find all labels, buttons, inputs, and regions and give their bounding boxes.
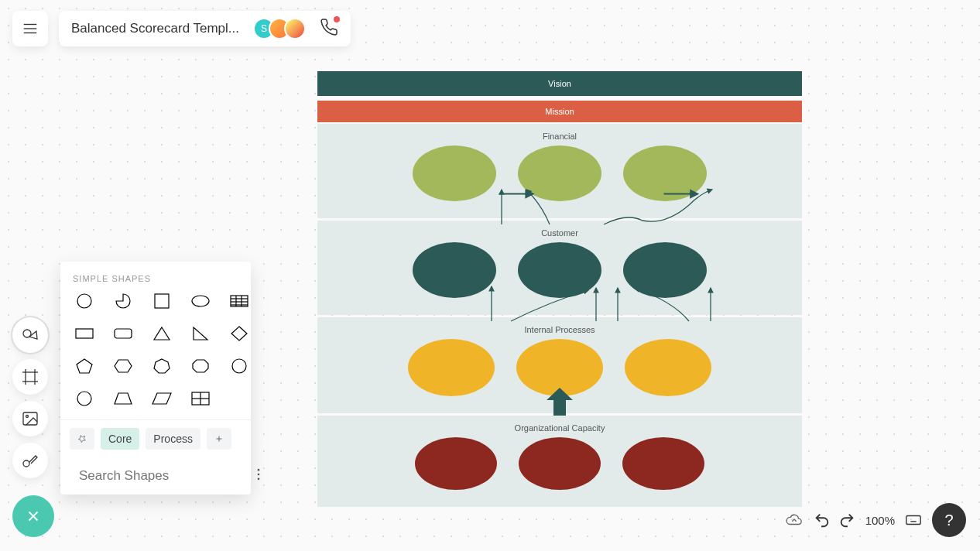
shape-trapezoid[interactable] — [111, 388, 135, 409]
svg-rect-47 — [906, 516, 920, 525]
draw-tool[interactable] — [12, 443, 48, 478]
shape-decagon[interactable] — [73, 388, 96, 409]
shape-arc[interactable] — [111, 291, 135, 311]
shape-right-triangle[interactable] — [189, 323, 212, 344]
oval-node[interactable] — [415, 437, 497, 490]
redo-button[interactable] — [838, 511, 856, 529]
svg-marker-30 — [154, 359, 170, 373]
svg-point-10 — [26, 416, 29, 418]
svg-point-32 — [232, 359, 246, 373]
oval-node[interactable] — [622, 437, 704, 490]
shape-grid[interactable] — [189, 388, 212, 409]
oval-node[interactable] — [623, 242, 707, 298]
search-input[interactable] — [79, 468, 243, 484]
shape-pentagon[interactable] — [73, 356, 96, 376]
left-toolbar — [12, 317, 54, 537]
shapes-panel: SIMPLE SHAPES Core Process — [60, 262, 251, 495]
shape-circle[interactable] — [73, 291, 96, 311]
oval-node[interactable] — [518, 242, 601, 298]
shape-diamond[interactable] — [228, 323, 251, 344]
header: Balanced Scorecard Templ... S — [12, 11, 351, 46]
svg-marker-35 — [152, 393, 171, 404]
shape-heptagon[interactable] — [150, 356, 173, 376]
svg-marker-27 — [231, 327, 247, 341]
tab-core[interactable]: Core — [101, 428, 139, 450]
pin-icon — [77, 433, 87, 445]
shape-rounded-rect[interactable] — [111, 323, 135, 344]
close-panel-button[interactable] — [12, 495, 54, 537]
big-arrow-icon — [547, 388, 573, 419]
svg-rect-15 — [155, 294, 169, 308]
search-more-button[interactable] — [251, 467, 266, 485]
oval-node[interactable] — [413, 242, 496, 298]
section-financial[interactable]: Financial — [317, 124, 802, 218]
image-icon — [21, 409, 39, 428]
shapes-tool[interactable] — [12, 317, 48, 353]
section-title: Internal Processes — [317, 325, 802, 334]
shape-ellipse[interactable] — [189, 291, 212, 311]
document-title[interactable]: Balanced Scorecard Templ... — [71, 21, 239, 36]
vision-band[interactable]: Vision — [317, 71, 802, 96]
svg-marker-25 — [154, 327, 170, 340]
section-title: Customer — [317, 228, 802, 238]
svg-marker-29 — [115, 360, 132, 372]
section-title: Organizational Capacity — [317, 423, 802, 433]
section-title: Financial — [317, 132, 802, 141]
section-customer[interactable]: Customer — [317, 221, 802, 315]
shape-rect[interactable] — [73, 323, 96, 344]
shape-table[interactable] — [228, 291, 251, 311]
scorecard-diagram[interactable]: Vision Mission Financial Customer — [317, 71, 802, 507]
oval-node[interactable] — [625, 339, 711, 396]
redo-icon — [838, 512, 855, 529]
cloud-sync-button[interactable] — [785, 511, 804, 529]
close-icon — [25, 508, 42, 525]
shapes-tabs: Core Process — [60, 419, 251, 457]
oval-node[interactable] — [623, 145, 707, 201]
svg-point-16 — [192, 296, 209, 306]
svg-rect-24 — [115, 329, 132, 338]
shape-square[interactable] — [150, 291, 173, 311]
oval-node[interactable] — [519, 437, 601, 490]
oval-node[interactable] — [518, 145, 601, 201]
shapes-icon — [21, 326, 39, 344]
help-button[interactable]: ? — [932, 503, 966, 537]
svg-marker-31 — [193, 360, 208, 372]
svg-marker-34 — [115, 393, 132, 404]
shape-octagon[interactable] — [189, 356, 212, 376]
mission-band[interactable]: Mission — [317, 101, 802, 122]
call-button[interactable] — [320, 18, 338, 39]
svg-rect-23 — [76, 329, 93, 338]
tab-process[interactable]: Process — [146, 428, 200, 450]
svg-point-45 — [258, 478, 260, 481]
shape-grid — [60, 291, 251, 419]
shape-hexagon[interactable] — [111, 356, 135, 376]
oval-node[interactable] — [413, 145, 496, 201]
more-vertical-icon — [251, 467, 266, 482]
shape-triangle[interactable] — [150, 323, 173, 344]
menu-button[interactable] — [12, 11, 48, 46]
draw-icon — [21, 451, 39, 470]
svg-marker-26 — [194, 327, 207, 340]
add-tab[interactable] — [207, 428, 231, 450]
notification-dot-icon — [334, 16, 340, 22]
title-bar: Balanced Scorecard Templ... S — [59, 11, 351, 46]
undo-button[interactable] — [813, 511, 831, 529]
frame-icon — [21, 368, 39, 386]
keyboard-icon — [905, 512, 922, 529]
shape-parallelogram[interactable] — [150, 388, 173, 409]
pin-tab[interactable] — [70, 428, 94, 450]
collaborators: S — [253, 18, 306, 39]
zoom-level[interactable]: 100% — [865, 514, 895, 527]
avatar[interactable] — [284, 18, 306, 39]
svg-point-11 — [23, 460, 29, 467]
svg-point-33 — [77, 392, 91, 406]
image-tool[interactable] — [12, 401, 48, 436]
shape-nonagon[interactable] — [228, 356, 251, 376]
section-organizational[interactable]: Organizational Capacity — [317, 416, 802, 507]
keyboard-button[interactable] — [904, 511, 923, 529]
frame-tool[interactable] — [12, 359, 48, 395]
svg-point-14 — [77, 294, 91, 308]
svg-marker-28 — [77, 359, 92, 373]
bottom-controls: 100% ? — [785, 503, 966, 537]
oval-node[interactable] — [408, 339, 495, 396]
